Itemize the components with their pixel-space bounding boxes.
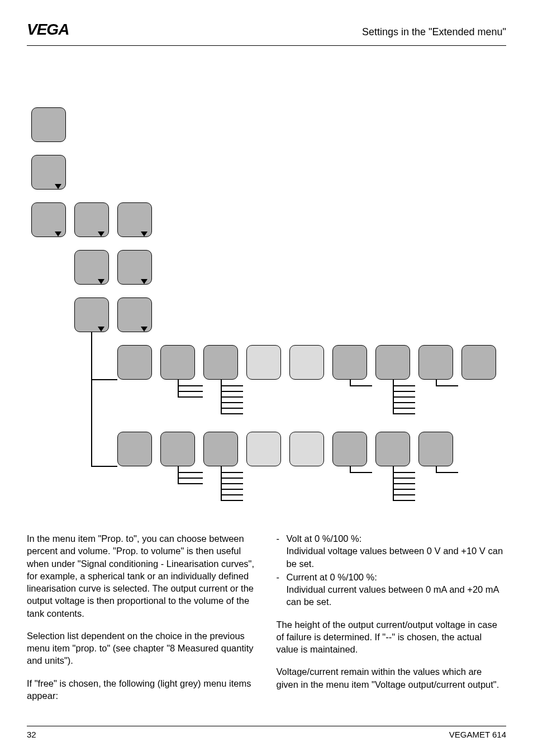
left-column: In the menu item "Prop. to", you can cho… — [27, 532, 257, 712]
bullet-body: Individual voltage values between 0 V an… — [287, 546, 503, 568]
brand-logo: VEGA — [27, 22, 83, 42]
menu-node — [160, 345, 195, 380]
page-header: VEGA Settings in the "Extended menu" — [27, 22, 506, 46]
bullet-body: Individual current values between 0 mA a… — [287, 584, 499, 607]
menu-node-optional — [289, 345, 324, 380]
bullet-title: Current at 0 %/100 %: — [287, 572, 377, 582]
header-title: Settings in the "Extended menu" — [362, 26, 506, 38]
menu-node — [375, 345, 410, 380]
menu-node-optional — [246, 432, 281, 466]
paragraph: Selection list dependent on the choice i… — [27, 630, 257, 667]
page-footer: 32 VEGAMET 614 — [27, 726, 506, 739]
bullet-title: Volt at 0 %/100 %: — [287, 533, 362, 544]
menu-flow-diagram — [27, 107, 507, 516]
body-text: In the menu item "Prop. to", you can cho… — [27, 532, 506, 712]
menu-node — [418, 345, 453, 380]
svg-text:VEGA: VEGA — [27, 22, 69, 38]
menu-node — [117, 432, 152, 466]
bullet-item: - Current at 0 %/100 %: Individual curre… — [277, 571, 507, 608]
paragraph: Voltage/current remain within the values… — [277, 665, 507, 691]
menu-node — [332, 432, 367, 466]
doc-id: VEGAMET 614 — [449, 730, 506, 739]
menu-node-optional — [246, 345, 281, 380]
menu-node — [117, 345, 152, 380]
paragraph: If "free" is chosen, the following (ligh… — [27, 677, 257, 702]
page-number: 32 — [27, 730, 36, 739]
menu-node — [203, 432, 238, 466]
menu-node — [332, 345, 367, 380]
menu-node — [461, 345, 496, 380]
menu-node-optional — [289, 432, 324, 466]
menu-node — [418, 432, 453, 466]
menu-node — [375, 432, 410, 466]
bullet-item: - Volt at 0 %/100 %: Individual voltage … — [277, 532, 507, 570]
right-column: - Volt at 0 %/100 %: Individual voltage … — [277, 532, 507, 712]
paragraph: In the menu item "Prop. to", you can cho… — [27, 532, 257, 620]
paragraph: The height of the output current/output … — [277, 618, 507, 656]
menu-node — [160, 432, 195, 466]
menu-node — [31, 107, 66, 142]
menu-node — [203, 345, 238, 380]
